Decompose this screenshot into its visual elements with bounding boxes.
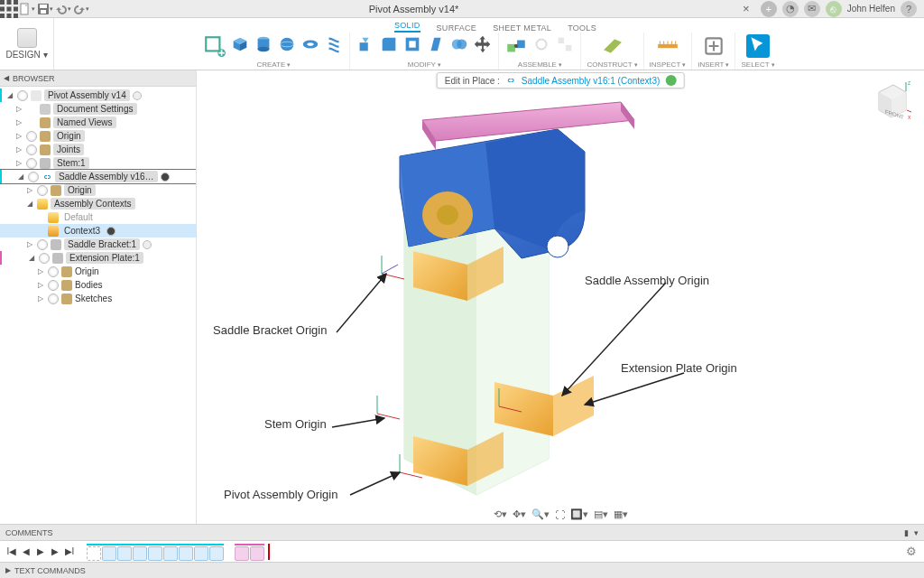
visibility-icon[interactable] <box>17 90 28 101</box>
user-name[interactable]: John Helfen <box>847 4 895 14</box>
new-sketch-icon[interactable] <box>203 34 226 58</box>
timeline-stepfwd-icon[interactable]: ▶ <box>49 545 61 558</box>
radio-icon[interactable] <box>133 91 142 100</box>
radio-active-icon[interactable] <box>161 172 170 182</box>
timeline-chip[interactable] <box>163 546 178 561</box>
presspull-icon[interactable] <box>356 34 375 54</box>
tree-extension-plate[interactable]: ◢Extension Plate:1 <box>0 251 196 265</box>
plane-icon[interactable] <box>601 34 624 58</box>
tab-tools[interactable]: TOOLS <box>568 23 596 33</box>
timeline-chip[interactable] <box>235 546 249 561</box>
visibility-icon[interactable] <box>28 172 39 182</box>
grid-toggle-icon[interactable]: ▦▾ <box>614 508 628 520</box>
timeline-end-icon[interactable]: ▶I <box>63 545 76 558</box>
fillet-icon[interactable] <box>379 34 399 54</box>
tree-joints[interactable]: ▷Joints <box>0 143 196 156</box>
shell-icon[interactable] <box>402 34 422 54</box>
visibility-icon[interactable] <box>48 280 59 291</box>
tree-context-default[interactable]: Default <box>0 210 196 224</box>
joint-origin-icon[interactable] <box>531 34 551 54</box>
draft-icon[interactable] <box>426 34 446 54</box>
visibility-icon[interactable] <box>26 131 37 142</box>
tree-ext-origin[interactable]: ▷Origin <box>0 265 196 278</box>
combine-icon[interactable] <box>449 34 469 54</box>
coil-icon[interactable] <box>324 34 344 54</box>
timeline-chip[interactable] <box>133 546 147 561</box>
timeline-segment[interactable] <box>235 544 264 560</box>
timeline-chip[interactable] <box>117 546 132 561</box>
timeline-chip[interactable] <box>209 546 224 561</box>
qat-file-icon[interactable]: ▾ <box>18 0 36 18</box>
tree-root[interactable]: ◢ Pivot Assembly v14 <box>0 89 196 102</box>
comments-pin-icon[interactable]: ▮ <box>904 528 909 537</box>
comments-bar[interactable]: COMMENTS ▮ ▾ <box>0 524 924 540</box>
orbit-icon[interactable]: ⟲▾ <box>494 508 507 520</box>
zoom-icon[interactable]: 🔍▾ <box>531 508 550 520</box>
box-icon[interactable] <box>230 34 250 54</box>
radio-active-icon[interactable] <box>106 227 116 236</box>
timeline-chip[interactable] <box>87 546 101 561</box>
close-tab-icon[interactable]: × <box>737 2 755 15</box>
qat-save-icon[interactable]: ▾ <box>36 0 54 18</box>
tree-saddle-assembly[interactable]: ◢ Saddle Assembly v16… <box>0 170 196 183</box>
joint-icon[interactable] <box>504 34 528 58</box>
user-avatar-icon[interactable]: ⎋ <box>826 1 842 17</box>
view-cube[interactable]: FRONT X Z <box>870 79 911 121</box>
tab-surface[interactable]: SURFACE <box>437 23 477 33</box>
visibility-icon[interactable] <box>48 294 59 304</box>
select-icon[interactable] <box>746 34 770 58</box>
timeline-stepback-icon[interactable]: ◀ <box>20 545 32 558</box>
timeline-chip[interactable] <box>102 546 116 561</box>
collapse-icon[interactable]: ◀ <box>4 74 9 82</box>
timeline-marker[interactable] <box>268 544 270 560</box>
tree-saddle-bracket[interactable]: ▷Saddle Bracket:1 <box>0 238 196 251</box>
fit-icon[interactable]: ⛶ <box>555 508 565 520</box>
measure-icon[interactable] <box>656 34 679 58</box>
visibility-icon[interactable] <box>37 185 48 196</box>
visibility-icon[interactable] <box>39 253 50 264</box>
text-commands-bar[interactable]: ▶ TEXT COMMANDS <box>0 562 924 578</box>
visibility-icon[interactable] <box>37 239 48 250</box>
notifications-icon[interactable]: ✉ <box>804 1 820 17</box>
visibility-icon[interactable] <box>48 266 59 277</box>
app-menu-icon[interactable] <box>0 0 18 18</box>
qat-redo-icon[interactable]: ▾ <box>72 0 90 18</box>
qat-undo-icon[interactable]: ▾ <box>54 0 72 18</box>
tree-stem[interactable]: ▷Stem:1 <box>0 156 196 170</box>
extensions-icon[interactable]: ◔ <box>782 1 799 17</box>
tree-named-views[interactable]: ▷Named Views <box>0 116 196 129</box>
timeline-rewind-icon[interactable]: I◀ <box>5 545 18 558</box>
tree-ext-bodies[interactable]: ▷Bodies <box>0 278 196 292</box>
viewport[interactable]: Edit in Place : Saddle Assembly v16:1 (C… <box>197 70 924 524</box>
visibility-icon[interactable] <box>26 158 37 169</box>
torus-icon[interactable] <box>300 34 320 54</box>
pan-icon[interactable]: ✥▾ <box>513 508 526 520</box>
timeline-chip[interactable] <box>179 546 193 561</box>
tree-assembly-contexts[interactable]: ◢Assembly Contexts <box>0 197 196 210</box>
timeline-chip[interactable] <box>148 546 162 561</box>
sphere-icon[interactable] <box>277 34 297 54</box>
workspace-switcher[interactable]: DESIGN ▾ <box>0 18 54 70</box>
lookat-icon[interactable]: 🔲▾ <box>570 508 588 520</box>
timeline-settings-icon[interactable]: ⚙ <box>906 545 917 558</box>
tree-saddle-origin[interactable]: ▷Origin <box>0 183 196 197</box>
radio-icon[interactable] <box>143 240 152 249</box>
display-icon[interactable]: ▤▾ <box>594 508 608 520</box>
move-icon[interactable] <box>473 34 493 54</box>
cylinder-icon[interactable] <box>254 34 273 54</box>
help-icon[interactable]: ? <box>901 1 917 17</box>
tab-solid[interactable]: SOLID <box>394 21 420 33</box>
rigid-group-icon[interactable] <box>555 34 575 54</box>
tree-origin[interactable]: ▷Origin <box>0 129 196 143</box>
tree-ext-sketches[interactable]: ▷Sketches <box>0 292 196 305</box>
browser-header[interactable]: ◀ BROWSER <box>0 70 196 87</box>
timeline-segment[interactable] <box>87 544 224 560</box>
visibility-icon[interactable] <box>26 144 37 155</box>
new-tab-icon[interactable]: + <box>761 1 777 17</box>
tree-context3[interactable]: Context3 <box>0 224 196 238</box>
timeline-chip[interactable] <box>250 546 264 561</box>
timeline-play-icon[interactable]: ▶ <box>34 545 47 558</box>
insert-icon[interactable] <box>702 34 725 58</box>
expand-icon[interactable]: ▶ <box>5 566 11 574</box>
timeline-chip[interactable] <box>194 546 208 561</box>
